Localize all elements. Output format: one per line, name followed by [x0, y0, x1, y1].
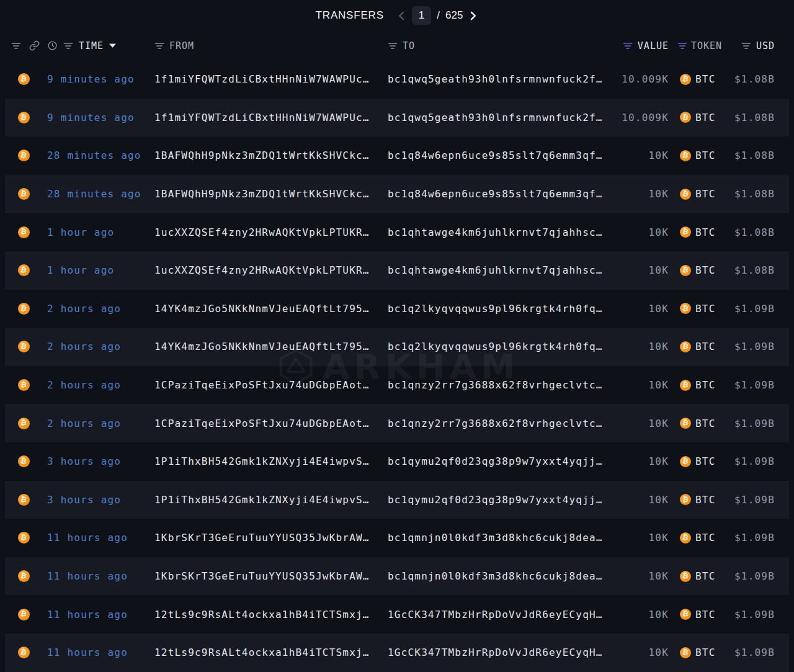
- to-address[interactable]: bc1qymu2qf0d23qg38p9w7yxxt4yqjj…: [388, 455, 611, 467]
- to-address[interactable]: bc1qhtawge4km6juhlkrnvt7qjahhsc…: [388, 264, 611, 276]
- to-address[interactable]: bc1qmnjn0l0kdf3m3d8khc6cukj8dea…: [388, 570, 611, 582]
- to-address[interactable]: bc1q84w6epn6uce9s85slt7q6emm3qf…: [388, 150, 611, 161]
- table-row[interactable]: ₿ 2 hours ago 1CPaziTqeEixPoSFtJxu74uDGb…: [0, 404, 794, 442]
- transfer-value: 10K: [611, 341, 669, 352]
- transfer-value: 10K: [611, 264, 669, 276]
- bitcoin-chain-icon: ₿: [18, 188, 30, 200]
- from-address[interactable]: 1CPaziTqeEixPoSFtJxu74uDGbpEAot…: [154, 418, 388, 429]
- from-address[interactable]: 1BAFWQhH9pNkz3mZDQ1tWrtKkSHVCkc…: [154, 150, 388, 161]
- time-link[interactable]: 28 minutes ago: [47, 150, 154, 161]
- clock-icon[interactable]: [47, 40, 58, 51]
- from-address[interactable]: 1ucXXZQSEf4zny2HRwAQKtVpkLPTUKR…: [154, 264, 388, 276]
- column-label-time[interactable]: TIME: [79, 40, 104, 52]
- table-row[interactable]: ₿ 1 hour ago 1ucXXZQSEf4zny2HRwAQKtVpkLP…: [0, 251, 794, 290]
- time-link[interactable]: 2 hours ago: [47, 303, 154, 315]
- time-link[interactable]: 1 hour ago: [47, 264, 154, 276]
- table-row[interactable]: ₿ 2 hours ago 1CPaziTqeEixPoSFtJxu74uDGb…: [0, 366, 794, 405]
- from-address[interactable]: 14YK4mzJGo5NKkNnmVJeuEAQftLt795…: [154, 341, 388, 352]
- table-row[interactable]: ₿ 11 hours ago 12tLs9c9RsALt4ockxa1hB4iT…: [0, 634, 794, 672]
- column-label-usd[interactable]: USD: [756, 40, 775, 52]
- from-address[interactable]: 1P1iThxBH542Gmk1kZNXyji4E4iwpvS…: [154, 494, 388, 506]
- token-cell: ₿ BTC: [669, 188, 720, 200]
- token-symbol: BTC: [695, 609, 716, 620]
- next-page-button[interactable]: [468, 11, 478, 20]
- table-row[interactable]: ₿ 11 hours ago 1KbrSKrT3GeEruTuuYYUSQ35J…: [0, 519, 794, 557]
- time-link[interactable]: 11 hours ago: [47, 647, 154, 658]
- table-row[interactable]: ₿ 3 hours ago 1P1iThxBH542Gmk1kZNXyji4E4…: [0, 442, 794, 481]
- time-link[interactable]: 3 hours ago: [47, 455, 154, 467]
- from-address[interactable]: 1CPaziTqeEixPoSFtJxu74uDGbpEAot…: [154, 379, 388, 391]
- table-row[interactable]: ₿ 9 minutes ago 1f1miYFQWTzdLiCBxtHHnNiW…: [0, 99, 794, 137]
- filter-icon[interactable]: [11, 40, 21, 51]
- table-row[interactable]: ₿ 28 minutes ago 1BAFWQhH9pNkz3mZDQ1tWrt…: [0, 137, 794, 175]
- table-row[interactable]: ₿ 3 hours ago 1P1iThxBH542Gmk1kZNXyji4E4…: [0, 481, 794, 519]
- transfers-table-body: ₿ 9 minutes ago 1f1miYFQWTzdLiCBxtHHnNiW…: [0, 60, 794, 672]
- to-address[interactable]: 1GcCK347TMbzHrRpDoVvJdR6eyECyqH…: [388, 609, 611, 620]
- from-address[interactable]: 1BAFWQhH9pNkz3mZDQ1tWrtKkSHVCkc…: [154, 188, 388, 200]
- to-address[interactable]: bc1qhtawge4km6juhlkrnvt7qjahhsc…: [388, 226, 611, 238]
- time-link[interactable]: 1 hour ago: [47, 226, 154, 238]
- table-row[interactable]: ₿ 2 hours ago 14YK4mzJGo5NKkNnmVJeuEAQft…: [0, 328, 794, 366]
- time-link[interactable]: 28 minutes ago: [47, 188, 154, 200]
- table-row[interactable]: ₿ 2 hours ago 14YK4mzJGo5NKkNnmVJeuEAQft…: [0, 290, 794, 328]
- filter-icon-active[interactable]: [677, 42, 687, 50]
- column-label-token[interactable]: TOKEN: [691, 40, 722, 52]
- to-address[interactable]: bc1q2lkyqvqqwus9pl96krgtk4rh0fq…: [388, 341, 611, 352]
- from-address[interactable]: 12tLs9c9RsALt4ockxa1hB4iTCTSmxj…: [154, 609, 388, 620]
- filter-icon-active[interactable]: [623, 42, 633, 50]
- to-address[interactable]: bc1qymu2qf0d23qg38p9w7yxxt4yqjj…: [388, 494, 611, 506]
- chain-link-icon[interactable]: [29, 40, 40, 51]
- column-label-to[interactable]: TO: [403, 40, 415, 52]
- bitcoin-token-icon: ₿: [680, 380, 691, 391]
- to-address[interactable]: bc1qnzy2rr7g3688x62f8vrhgeclvtc…: [388, 379, 611, 391]
- filter-icon[interactable]: [741, 42, 751, 50]
- sort-caret-down-icon[interactable]: [109, 43, 116, 48]
- table-row[interactable]: ₿ 28 minutes ago 1BAFWQhH9pNkz3mZDQ1tWrt…: [0, 175, 794, 213]
- bitcoin-chain-icon: ₿: [18, 264, 30, 276]
- chain-cell: ₿: [0, 341, 47, 352]
- to-address[interactable]: bc1qwq5geath93h0lnfsrmnwnfuck2f…: [388, 73, 611, 85]
- time-link[interactable]: 3 hours ago: [47, 494, 154, 506]
- header-from-column: FROM: [154, 40, 388, 52]
- from-address[interactable]: 1ucXXZQSEf4zny2HRwAQKtVpkLPTUKR…: [154, 226, 388, 238]
- to-address[interactable]: bc1q84w6epn6uce9s85slt7q6emm3qf…: [388, 188, 611, 200]
- from-address[interactable]: 1f1miYFQWTzdLiCBxtHHnNiW7WAWPUc…: [154, 112, 388, 123]
- column-label-value[interactable]: VALUE: [638, 40, 669, 52]
- title-bar: TRANSFERS 1 / 625: [0, 0, 794, 31]
- time-link[interactable]: 11 hours ago: [47, 570, 154, 582]
- table-row[interactable]: ₿ 11 hours ago 1KbrSKrT3GeEruTuuYYUSQ35J…: [0, 557, 794, 596]
- filter-icon[interactable]: [63, 42, 73, 50]
- filter-icon[interactable]: [154, 42, 164, 50]
- filter-icon[interactable]: [388, 42, 398, 50]
- total-pages: 625: [445, 9, 463, 22]
- table-row[interactable]: ₿ 1 hour ago 1ucXXZQSEf4zny2HRwAQKtVpkLP…: [0, 213, 794, 251]
- time-link[interactable]: 2 hours ago: [47, 379, 154, 391]
- token-symbol: BTC: [695, 570, 716, 582]
- from-address[interactable]: 14YK4mzJGo5NKkNnmVJeuEAQftLt795…: [154, 303, 388, 315]
- from-address[interactable]: 1KbrSKrT3GeEruTuuYYUSQ35JwKbrAW…: [154, 570, 388, 582]
- table-row[interactable]: ₿ 9 minutes ago 1f1miYFQWTzdLiCBxtHHnNiW…: [0, 60, 794, 99]
- to-address[interactable]: bc1qwq5geath93h0lnfsrmnwnfuck2f…: [388, 112, 611, 123]
- to-address[interactable]: bc1q2lkyqvqqwus9pl96krgtk4rh0fq…: [388, 303, 611, 315]
- bitcoin-token-icon: ₿: [680, 189, 691, 200]
- table-row[interactable]: ₿ 11 hours ago 12tLs9c9RsALt4ockxa1hB4iT…: [0, 595, 794, 634]
- time-link[interactable]: 11 hours ago: [47, 609, 154, 620]
- time-link[interactable]: 2 hours ago: [47, 341, 154, 352]
- to-address[interactable]: 1GcCK347TMbzHrRpDoVvJdR6eyECyqH…: [388, 647, 611, 658]
- from-address[interactable]: 1f1miYFQWTzdLiCBxtHHnNiW7WAWPUc…: [154, 73, 388, 85]
- time-link[interactable]: 9 minutes ago: [47, 73, 154, 85]
- prev-page-button[interactable]: [396, 11, 406, 20]
- from-address[interactable]: 1P1iThxBH542Gmk1kZNXyji4E4iwpvS…: [154, 455, 388, 467]
- from-address[interactable]: 1KbrSKrT3GeEruTuuYYUSQ35JwKbrAW…: [154, 532, 388, 544]
- column-label-from[interactable]: FROM: [169, 40, 194, 52]
- token-symbol: BTC: [695, 188, 716, 200]
- time-link[interactable]: 9 minutes ago: [47, 112, 154, 123]
- bitcoin-token-icon: ₿: [680, 74, 691, 85]
- time-link[interactable]: 2 hours ago: [47, 418, 154, 429]
- to-address[interactable]: bc1qmnjn0l0kdf3m3d8khc6cukj8dea…: [388, 532, 611, 544]
- token-cell: ₿ BTC: [669, 418, 720, 429]
- to-address[interactable]: bc1qnzy2rr7g3688x62f8vrhgeclvtc…: [388, 418, 611, 429]
- time-link[interactable]: 11 hours ago: [47, 532, 154, 544]
- token-cell: ₿ BTC: [669, 379, 720, 391]
- from-address[interactable]: 12tLs9c9RsALt4ockxa1hB4iTCTSmxj…: [154, 647, 388, 658]
